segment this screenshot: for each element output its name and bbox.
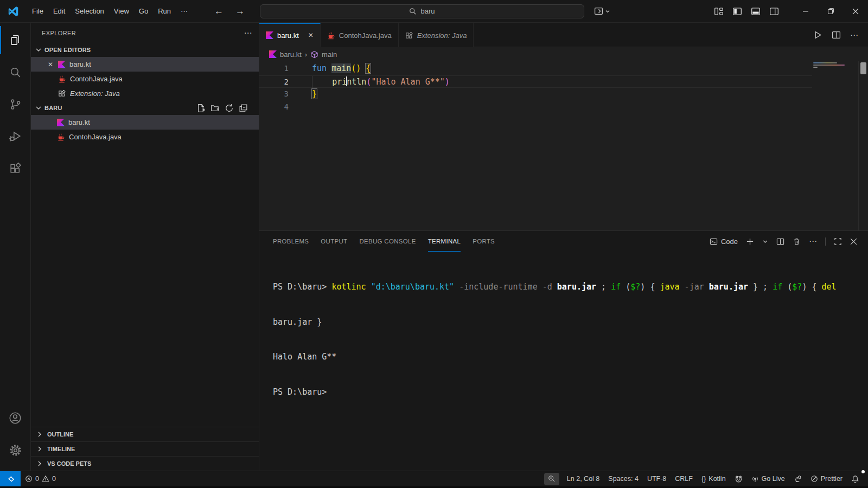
explorer-sidebar: EXPLORER ⋯ OPEN EDITORS ✕ baru.kt Contoh… [31,23,259,471]
terminal-output[interactable]: PS D:\baru> kotlinc "d:\baru\baru.kt" -i… [259,252,868,471]
search-icon [409,8,417,15]
breadcrumb: baru.kt › main [259,47,868,61]
nav-back-icon[interactable]: ← [211,5,227,18]
tab-contohjava[interactable]: ContohJava.java [321,23,399,47]
search-input[interactable]: baru [260,4,584,18]
eol-status[interactable]: CRLF [671,471,697,486]
breadcrumb-separator-icon: › [305,50,307,59]
toggle-secondary-sidebar-icon[interactable] [769,7,779,16]
remote-indicator[interactable] [0,471,21,486]
minimap[interactable] [812,61,859,230]
panel-tab-terminal[interactable]: TERMINAL [428,231,461,252]
new-terminal-icon[interactable] [746,237,754,246]
panel-tab-ports[interactable]: PORTS [473,231,495,252]
menu-view[interactable]: View [109,4,134,18]
indentation-status[interactable]: Spaces: 4 [604,471,643,486]
close-icon[interactable]: ✕ [46,61,55,68]
terminal-line: Halo Alan G** [273,351,868,363]
menu-file[interactable]: File [27,4,48,18]
tab-baru-kt[interactable]: baru.kt ✕ [259,23,321,47]
kill-terminal-trash-icon[interactable] [793,237,801,246]
panel-more-icon[interactable]: ⋯ [809,236,817,246]
activitybar-explorer-icon[interactable] [0,26,31,54]
language-mode-status[interactable]: {} Kotlin [697,471,730,486]
code-editor[interactable]: 1 fun main() { 2 println("Halo Alan G**"… [259,61,868,230]
window-minimize-button[interactable] [793,0,818,22]
editor-group: baru.kt ✕ ContohJava.java Extension: Jav… [259,23,868,230]
refresh-icon[interactable] [225,104,234,113]
line-number[interactable]: 4 [259,101,289,114]
notifications-bell[interactable] [847,471,864,486]
panel-tab-debug-console[interactable]: DEBUG CONSOLE [359,231,416,252]
split-terminal-icon[interactable] [776,237,784,246]
terminal-dropdown-chevron-icon[interactable] [762,239,768,245]
toggle-panel-icon[interactable] [751,7,761,16]
activitybar-extensions-icon[interactable] [0,154,31,182]
timeline-section-header[interactable]: TIMELINE [31,441,259,456]
tab-close-icon[interactable]: ✕ [308,31,314,39]
toggle-primary-sidebar-icon[interactable] [732,7,742,16]
open-editor-extension-java[interactable]: Extension: Java [31,86,259,101]
menu-more-icon[interactable]: ⋯ [176,4,193,18]
zoom-status-button[interactable] [544,473,559,485]
open-editors-header[interactable]: OPEN EDITORS [31,43,259,57]
explorer-more-icon[interactable]: ⋯ [244,28,252,38]
collapse-all-icon[interactable] [239,104,248,113]
line-number[interactable]: 2 [259,76,289,88]
editor-more-icon[interactable]: ⋯ [850,30,858,40]
activitybar-source-control-icon[interactable] [0,90,31,118]
menu-selection[interactable]: Selection [70,4,108,18]
folder-baru-header[interactable]: BARU [31,101,259,115]
tab-extension-java[interactable]: Extension: Java [399,23,474,47]
activity-bar [0,23,31,471]
problems-status[interactable]: 0 0 [21,471,60,486]
panel-tab-output[interactable]: OUTPUT [321,231,347,252]
bell-icon [851,475,859,483]
kotlin-file-icon [58,61,66,68]
activitybar-run-debug-icon[interactable] [0,122,31,150]
file-baru-kt[interactable]: baru.kt [31,115,259,130]
customize-layout-grid-icon[interactable] [714,7,724,16]
breadcrumb-symbol[interactable]: main [322,50,337,59]
editor-scrollbar-thumb[interactable] [860,62,866,74]
customize-layout-button[interactable] [594,7,610,16]
split-editor-icon[interactable] [832,30,841,40]
vscode-pets-section-header[interactable]: VS CODE PETS [31,456,259,471]
sidebar-title: EXPLORER [42,30,76,36]
menu-edit[interactable]: Edit [48,4,70,18]
line-number[interactable]: 3 [259,88,289,101]
menu-run[interactable]: Run [153,4,176,18]
vscode-logo [8,5,20,17]
encoding-status[interactable]: UTF-8 [643,471,671,486]
new-folder-icon[interactable] [210,104,220,113]
menu-go[interactable]: Go [134,4,153,18]
run-file-icon[interactable] [813,30,822,40]
close-panel-icon[interactable] [850,238,857,245]
open-editor-contohjava[interactable]: ContohJava.java [31,72,259,86]
activitybar-settings-gear-icon[interactable] [0,436,31,464]
pet-squirrel-status[interactable] [789,471,806,486]
new-file-icon[interactable] [196,104,206,113]
warning-icon [42,475,49,483]
activitybar-search-icon[interactable] [0,58,31,86]
chevron-right-icon [35,445,44,453]
squirrel-icon [794,475,802,483]
braces-icon: {} [701,475,706,483]
window-restore-button[interactable] [818,0,843,22]
nav-forward-icon[interactable]: → [232,5,248,18]
terminal-shell-selector[interactable]: Code [710,237,738,246]
vscode-pets-status[interactable] [730,471,747,486]
kotlin-file-icon [57,119,65,126]
file-contohjava[interactable]: ContohJava.java [31,130,259,144]
breadcrumb-file[interactable]: baru.kt [280,50,302,59]
activitybar-account-icon[interactable] [0,404,31,432]
prettier-status[interactable]: Prettier [806,471,847,486]
go-live-status[interactable]: Go Live [747,471,789,486]
line-number[interactable]: 1 [259,62,289,75]
panel-tab-problems[interactable]: PROBLEMS [273,231,309,252]
cursor-position-status[interactable]: Ln 2, Col 8 [563,471,604,486]
maximize-panel-icon[interactable] [834,237,842,246]
open-editor-baru-kt[interactable]: ✕ baru.kt [31,57,259,72]
outline-section-header[interactable]: OUTLINE [31,427,259,441]
window-close-button[interactable] [843,0,868,22]
